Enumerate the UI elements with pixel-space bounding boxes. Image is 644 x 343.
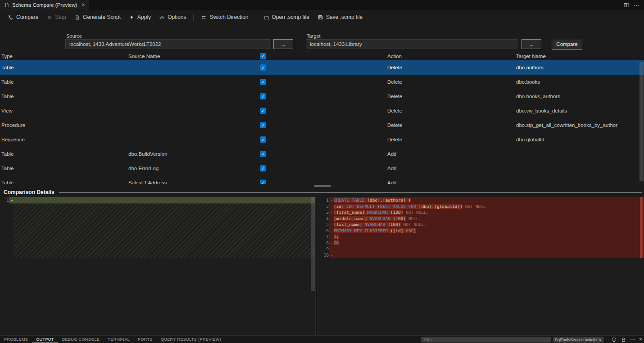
diff-left-pane[interactable]: 1+ [0,197,315,335]
split-editor-icon[interactable] [623,2,629,8]
select-all-checkbox[interactable]: ✓ [260,53,266,59]
grid-body: Table✓Deletedbo.authorsTable✓Deletedbo.b… [0,60,644,184]
diff-marker: - [330,221,334,228]
code-line-text: -[last_name] NVARCHAR (100) NOT NULL, [329,221,644,228]
table-row[interactable]: TableSalesLT.Address✓Add [0,176,644,184]
table-row[interactable]: Table✓Deletedbo.books [0,75,644,89]
source-browse-button[interactable]: ... [273,39,293,49]
table-row[interactable]: Tabledbo.ErrorLog✓Add [0,161,644,176]
toolbar-label: Apply [137,14,151,20]
diff-marker: - [330,216,334,222]
compare-file-icon [4,2,9,8]
toolbar-open-scmp-file-button[interactable]: Open .scmp file [259,12,313,22]
row-action: Add [387,180,516,184]
column-header-action[interactable]: Action [387,54,516,59]
line-number: 5 [318,221,329,228]
line-number: 8 [318,240,329,246]
toolbar-label: Stop [55,14,66,20]
open-file-icon [263,14,269,20]
target-browse-button[interactable]: ... [522,39,541,49]
table-row[interactable]: Table✓Deletedbo.books_authors [0,89,644,104]
toolbar-save-scmp-file-button[interactable]: Save .scmp file [313,12,367,22]
include-checkbox[interactable]: ✓ [260,108,266,114]
diff-marker: - [330,240,334,246]
code-line-text: -); [329,234,644,240]
toolbar-switch-direction-button[interactable]: Switch Direction [197,12,252,22]
clear-output-icon[interactable] [611,337,617,343]
row-type: Table [0,180,128,184]
table-row[interactable]: Tabledbo.BuildVersion✓Add [0,147,644,161]
close-icon[interactable]: × [639,336,642,343]
include-checkbox[interactable]: ✓ [260,151,266,157]
compare-button[interactable]: Compare [552,39,582,50]
code-line-text: - [329,252,644,258]
row-action: Delete [387,94,516,99]
column-header-target-name[interactable]: Target Name [516,54,644,59]
toolbar-compare-button[interactable]: Compare [4,12,42,22]
panel-tab-terminal[interactable]: TERMINAL [104,336,134,343]
diff-right-pane[interactable]: 1-CREATE TABLE [dbo].[authors] (2-[id] I… [318,197,644,335]
row-action: Add [387,166,516,171]
panel-tab-problems[interactable]: PROBLEMS [0,336,32,343]
target-input[interactable] [306,39,517,49]
table-row[interactable]: Procedure✓Deletedbo.stp_get_all_cowritte… [0,118,644,132]
panel-tab-output[interactable]: OUTPUT [32,336,58,343]
code-line-text: -PRIMARY KEY CLUSTERED ([id] ASC) [329,228,644,234]
left-pane-scrollbar[interactable] [311,197,315,291]
toolbar-label: Generate Script [83,14,121,20]
line-number: 10 [318,252,329,258]
diff-marker: + [10,197,14,203]
toolbar-separator [256,14,256,21]
panel-tab-debug-console[interactable]: DEBUG CONSOLE [58,336,104,343]
include-checkbox[interactable]: ✓ [260,165,266,172]
toolbar-stop-button[interactable]: Stop [42,12,70,22]
lock-icon[interactable] [621,337,626,343]
grid-vertical-scrollbar[interactable] [639,62,644,181]
include-checkbox[interactable]: ✓ [260,122,266,128]
tab-schema-compare[interactable]: Schema Compare (Preview) × [0,0,89,10]
row-target-name: dbo.books [516,79,644,85]
apply-icon [129,14,135,20]
overview-ruler-removed-mark [640,197,643,258]
include-checkbox[interactable]: ✓ [260,64,266,71]
more-icon[interactable]: ⋯ [630,336,635,343]
toolbar-label: Open .scmp file [272,14,309,20]
table-row[interactable]: View✓Deletedbo.vw_books_details [0,104,644,118]
panel-actions: ⋯× [611,336,642,343]
column-header-source-name[interactable]: Source Name [128,54,260,59]
more-icon[interactable]: ⋯ [634,2,639,9]
code-line-text: + [9,197,315,203]
include-checkbox[interactable]: ✓ [260,180,266,184]
panel-tab-query-results-preview[interactable]: QUERY RESULTS (PREVIEW) [157,336,225,343]
column-header-type[interactable]: Type [0,54,128,59]
row-source-name: dbo.ErrorLog [128,166,260,171]
row-type: Table [0,65,128,70]
toolbar-generate-script-button[interactable]: Generate Script [70,12,125,22]
toolbar: CompareStopGenerate ScriptApplyOptionsSw… [0,10,644,24]
target-label: Target [307,33,321,39]
code-line-text: -[id] INT DEFAULT (NEXT VALUE FOR [dbo].… [329,203,644,210]
include-checkbox[interactable]: ✓ [260,136,266,143]
output-filter-input[interactable] [421,337,551,343]
include-checkbox[interactable]: ✓ [260,79,266,85]
code-line-text: -CREATE TABLE [dbo].[authors] ( [329,197,644,203]
row-type: Sequence [0,137,128,142]
line-number: 2 [318,203,329,210]
table-row[interactable]: Table✓Deletedbo.authors [0,60,644,75]
diff-marker: - [330,234,334,240]
row-type: View [0,108,128,113]
save-file-icon [317,14,323,20]
table-row[interactable]: Sequence✓Deletedbo.globalId [0,132,644,147]
splitter-handle[interactable] [314,185,331,187]
row-target-name: dbo.globalId [516,137,644,142]
stop-icon [46,14,52,20]
diff-marker: - [330,209,334,216]
source-input[interactable] [65,39,271,49]
code-line-text: -[middle_name] NVARCHAR (100) NULL, [329,216,644,222]
include-checkbox[interactable]: ✓ [260,93,266,99]
close-tab-icon[interactable]: × [82,2,85,8]
toolbar-options-button[interactable]: Options [155,12,190,22]
toolbar-apply-button[interactable]: Apply [125,12,155,22]
output-channel-select[interactable]: SqlToolsService Initializ ∨ [553,337,603,343]
panel-tab-ports[interactable]: PORTS [134,336,157,343]
